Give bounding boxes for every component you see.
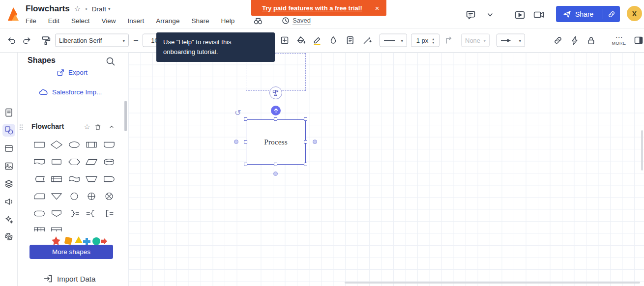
more-tools-button[interactable]: ⋯ MORE	[609, 34, 629, 46]
shape-stored-data[interactable]	[30, 171, 48, 188]
shape-table-header[interactable]	[48, 222, 66, 231]
rotate-handle-icon[interactable]: ↺	[234, 108, 241, 117]
document-panel-icon[interactable]	[2, 106, 15, 119]
line-end-select[interactable]: ▾	[497, 34, 525, 47]
library-item-salesforce[interactable]: Salesforce Imp...	[38, 88, 102, 96]
connection-point-bottom[interactable]	[273, 172, 278, 176]
shape-predefined-process[interactable]	[83, 136, 101, 153]
resize-handle-nw[interactable]	[244, 117, 247, 121]
vertical-scrollbar[interactable]	[641, 130, 643, 171]
notes-icon[interactable]	[344, 34, 356, 47]
resize-handle-n[interactable]	[274, 117, 277, 121]
drag-handle-icon[interactable]	[19, 124, 24, 131]
horizontal-scrollbar[interactable]	[345, 282, 640, 284]
shape-braces[interactable]	[83, 205, 101, 222]
resize-handle-w[interactable]	[244, 140, 247, 143]
resize-handle-e[interactable]	[304, 140, 307, 143]
lock-icon[interactable]	[585, 34, 597, 47]
menu-share[interactable]: Share	[191, 17, 209, 25]
shape-or[interactable]	[83, 188, 101, 205]
document-title[interactable]: Flowcharts	[26, 4, 70, 14]
chevron-down-icon[interactable]	[485, 9, 496, 20]
font-family-select[interactable]: Liberation Serif ▾	[55, 34, 129, 47]
menu-insert[interactable]: Insert	[128, 17, 145, 25]
table-icon[interactable]	[278, 34, 291, 47]
more-shapes-button[interactable]: More shapes	[29, 245, 113, 259]
shape-bracket-left[interactable]	[100, 205, 118, 222]
quick-actions-bolt-icon[interactable]	[568, 34, 581, 47]
banner-close-icon[interactable]: ×	[375, 4, 380, 12]
shape-document[interactable]	[30, 153, 48, 171]
connection-point-left[interactable]	[234, 140, 238, 144]
shape-terminator[interactable]	[65, 136, 83, 153]
shape-rectangle[interactable]	[48, 153, 66, 171]
quick-connect-up-arrow[interactable]	[271, 106, 281, 115]
import-data-button[interactable]: Import Data	[43, 274, 95, 284]
shape-options-badge[interactable]	[269, 86, 282, 99]
menu-view[interactable]: View	[102, 17, 116, 25]
favorite-star-icon[interactable]: ☆	[74, 4, 81, 13]
connector-style-icon[interactable]	[443, 34, 456, 47]
shape-table[interactable]	[30, 222, 48, 231]
menu-file[interactable]: File	[26, 17, 36, 25]
resize-handle-se[interactable]	[304, 163, 307, 166]
process-shape[interactable]: Process	[246, 119, 306, 165]
video-camera-icon[interactable]	[533, 9, 544, 20]
shape-delay[interactable]	[100, 171, 118, 188]
format-painter-icon[interactable]	[39, 34, 52, 47]
resize-handle-sw[interactable]	[244, 163, 247, 166]
user-avatar[interactable]: X	[627, 6, 642, 21]
shape-connector[interactable]	[65, 188, 83, 205]
border-color-icon[interactable]	[311, 34, 323, 47]
stepper-arrows[interactable]: ▴▾	[432, 37, 434, 44]
shapes-panel-icon[interactable]	[2, 124, 15, 137]
menu-arrange[interactable]: Arrange	[156, 17, 179, 25]
hyperlink-icon[interactable]	[552, 34, 564, 47]
binoculars-search-icon[interactable]	[253, 16, 263, 26]
doc-status-dropdown[interactable]: Draft ▾	[92, 5, 111, 13]
integrations-puzzle-icon[interactable]	[2, 230, 15, 243]
shape-decision[interactable]	[48, 136, 66, 153]
drawing-canvas[interactable]: ↺ Process	[128, 53, 644, 286]
trial-banner-link[interactable]: Try paid features with a free trial!	[262, 4, 362, 12]
comments-icon[interactable]	[465, 9, 476, 20]
undo-button[interactable]	[5, 34, 18, 47]
share-button[interactable]: Share	[556, 6, 620, 22]
shape-summing-junction[interactable]	[100, 188, 118, 205]
collapse-section-icon[interactable]	[106, 121, 117, 132]
line-start-select[interactable]: None ▾	[461, 34, 490, 47]
menu-edit[interactable]: Edit	[48, 17, 59, 25]
copy-link-icon[interactable]	[603, 10, 620, 18]
shape-preparation[interactable]	[65, 153, 83, 171]
opacity-droplet-icon[interactable]	[327, 34, 340, 47]
shape-merge[interactable]	[48, 188, 66, 205]
favorite-section-icon[interactable]: ☆	[82, 121, 92, 132]
line-width-stepper[interactable]: 1 px ▴▾	[411, 34, 439, 47]
shape-internal-storage[interactable]	[48, 171, 66, 188]
shape-tape[interactable]	[65, 171, 83, 188]
magic-wand-icon[interactable]	[361, 34, 374, 47]
shape-off-page-connector[interactable]	[48, 205, 66, 222]
resize-handle-ne[interactable]	[304, 117, 307, 121]
fill-color-icon[interactable]	[294, 34, 307, 47]
data-layers-icon[interactable]	[2, 177, 15, 190]
lucid-logo-icon[interactable]	[6, 6, 21, 23]
search-shapes-icon[interactable]	[105, 56, 116, 67]
menu-help[interactable]: Help	[221, 17, 234, 25]
present-icon[interactable]	[514, 9, 525, 20]
magic-sparkles-icon[interactable]	[2, 213, 15, 226]
library-item-export[interactable]: Export	[57, 68, 88, 77]
shape-brace-right[interactable]	[65, 205, 83, 222]
feedback-megaphone-icon[interactable]	[2, 195, 15, 208]
images-panel-icon[interactable]	[2, 160, 15, 172]
shape-manual-operation[interactable]	[83, 171, 101, 188]
panel-scrollbar-thumb[interactable]	[124, 101, 127, 131]
frames-panel-icon[interactable]	[2, 142, 15, 155]
font-size-decrease-button[interactable]: –	[134, 36, 138, 45]
right-panel-toggle-icon[interactable]	[632, 34, 644, 47]
shape-database[interactable]	[100, 153, 118, 171]
resize-handle-s[interactable]	[274, 163, 277, 166]
shape-display[interactable]	[100, 136, 118, 153]
remove-section-icon[interactable]	[92, 121, 103, 132]
connection-point-right[interactable]	[313, 140, 317, 144]
